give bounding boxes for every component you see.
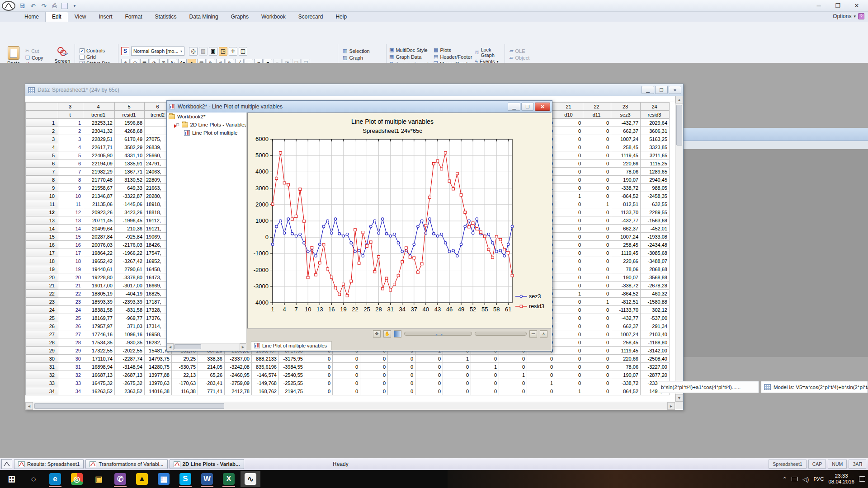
column-number-header[interactable]: 5 (115, 103, 145, 111)
cell-trend1[interactable]: 20923,26 (83, 208, 115, 216)
cell-c4[interactable]: -3984,55 (279, 363, 305, 371)
cell-d7[interactable]: 0 (499, 355, 527, 363)
cell-d5[interactable]: 1 (443, 355, 471, 363)
cell-d11[interactable]: 0 (583, 192, 611, 200)
graph-style-dropdown[interactable]: Normal Graph [mo...▾ (131, 47, 184, 56)
cell-n[interactable]: 12 (26, 208, 58, 216)
cell-sez3[interactable]: -864,52 (611, 387, 641, 395)
cell-resid1[interactable]: 6170,49 (115, 135, 145, 143)
cell-t[interactable]: 1 (58, 119, 83, 127)
cell-t[interactable]: 16 (58, 241, 83, 249)
cell-trend1[interactable]: 22617,71 (83, 143, 115, 151)
taskbar-file-explorer-icon[interactable]: ▣ (89, 471, 108, 487)
scroll-left-icon[interactable]: ◄ (25, 402, 33, 410)
cell-d11[interactable]: 0 (583, 273, 611, 282)
cell-d10[interactable]: 0 (555, 306, 583, 314)
statusbar-app-icon[interactable] (1, 459, 12, 469)
cell-sez3[interactable]: 1007,24 (611, 330, 641, 338)
tray-language[interactable]: РУС (813, 476, 824, 482)
cell-resid1[interactable]: -2287,74 (115, 355, 145, 363)
cell-t[interactable]: 27 (58, 330, 83, 338)
cell-resid1[interactable]: -3423,26 (115, 208, 145, 216)
spreadsheet-titlebar[interactable]: Data: Spreadsheet1* (24v by 65c) ▁ ❐ ✕ (25, 84, 683, 96)
cell-d10[interactable]: 0 (555, 208, 583, 216)
cell-d11[interactable]: 0 (583, 249, 611, 257)
cell-d10[interactable]: 0 (555, 322, 583, 330)
column-number-header[interactable] (26, 103, 58, 111)
cell-resid1[interactable]: 1596,88 (115, 119, 145, 127)
cell-d10[interactable]: 0 (555, 265, 583, 273)
cell-d4[interactable]: 0 (415, 371, 443, 379)
cell-resid1[interactable]: -2675,32 (115, 379, 145, 387)
cell-t[interactable]: 10 (58, 192, 83, 200)
cell-d10[interactable]: 0 (555, 347, 583, 355)
cell-sez3[interactable]: -432,77 (611, 216, 641, 225)
cell-c3[interactable]: 835,6196 (252, 363, 279, 371)
cell-d10[interactable]: 0 (555, 216, 583, 225)
cell-d11[interactable]: 1 (583, 298, 611, 306)
cell-t[interactable]: 19 (58, 265, 83, 273)
cell-trend1[interactable]: 21982,29 (83, 168, 115, 176)
taskbar-daemon-tools-icon[interactable]: ▲ (132, 471, 152, 487)
cell-d11[interactable]: 0 (583, 379, 611, 387)
cell-d11[interactable]: 0 (583, 371, 611, 379)
column-name-header[interactable]: resid1 (115, 111, 145, 119)
cell-trend1[interactable]: 21770,48 (83, 176, 115, 184)
cell-d2[interactable]: 0 (360, 387, 388, 395)
cell-c2[interactable]: -3242,08 (225, 363, 252, 371)
cell-d4[interactable]: 0 (415, 355, 443, 363)
cell-sez3[interactable]: 662,37 (611, 322, 641, 330)
cell-t[interactable]: 26 (58, 322, 83, 330)
hand-tool-icon[interactable]: ✋ (383, 330, 391, 338)
cell-d2[interactable]: 0 (360, 371, 388, 379)
cell-t[interactable]: 30 (58, 355, 83, 363)
cell-d10[interactable]: 0 (555, 338, 583, 347)
tray-clock[interactable]: 23:33 08.04.2016 (828, 473, 854, 485)
cell-resid3[interactable]: -452,01 (641, 225, 670, 233)
cell-resid1[interactable]: -969,77 (115, 314, 145, 322)
cell-c0[interactable]: 22,13 (172, 371, 198, 379)
cell-d10[interactable]: 0 (555, 330, 583, 338)
graph-data-button[interactable]: ▦Graph Data (389, 54, 430, 60)
cell-d11[interactable]: 0 (583, 127, 611, 135)
scatter-mode-icon[interactable]: ◫ (239, 47, 247, 56)
cell-d11[interactable]: 0 (583, 387, 611, 395)
cell-n[interactable]: 19 (26, 265, 58, 273)
horizontal-scrollbar[interactable]: ◄ ► (25, 402, 675, 410)
multidoc-style-button[interactable]: ▣MultiDoc Style (389, 47, 430, 53)
cell-sez3[interactable]: -338,72 (611, 282, 641, 290)
cell-resid3[interactable]: -2458,35 (641, 192, 670, 200)
cell-n[interactable]: 30 (26, 355, 58, 363)
cell-n[interactable]: 20 (26, 273, 58, 282)
cell-d7[interactable]: 0 (499, 379, 527, 387)
cell-d10[interactable]: 0 (555, 143, 583, 151)
cell-resid3[interactable]: -2289,55 (641, 208, 670, 216)
cell-resid1[interactable]: -1096,16 (115, 330, 145, 338)
cell-resid3[interactable]: -3488,07 (641, 257, 670, 265)
cell-resid1[interactable]: -3378,80 (115, 273, 145, 282)
cell-trend1[interactable]: 19652,42 (83, 257, 115, 265)
cell-d6[interactable]: 0 (471, 387, 499, 395)
taskbar-viber-icon[interactable]: ✆ (110, 471, 130, 487)
horizontal-scroll-thumb[interactable] (34, 403, 224, 409)
cell-d6[interactable]: 0 (471, 371, 499, 379)
cell-t[interactable]: 8 (58, 176, 83, 184)
cell-d10[interactable]: 1 (555, 192, 583, 200)
column-name-header[interactable]: trend1 (83, 111, 115, 119)
taskbar-start-icon[interactable]: ⊞ (2, 471, 22, 487)
cell-sez3[interactable]: 1007,24 (611, 135, 641, 143)
cell-resid1[interactable]: -3017,00 (115, 282, 145, 290)
cell-d11[interactable]: 0 (583, 314, 611, 322)
cell-d3[interactable]: 0 (388, 363, 415, 371)
cell-n[interactable]: 17 (26, 249, 58, 257)
cell-d10[interactable]: 0 (555, 168, 583, 176)
cell-d5[interactable]: 0 (443, 363, 471, 371)
cell-resid1[interactable]: -1445,06 (115, 200, 145, 208)
tree-scrollbar[interactable]: ◄ ► (167, 343, 246, 350)
tree-item-workbook[interactable]: Workbook2* (167, 113, 246, 121)
taskbar-excel-icon[interactable]: X (219, 471, 239, 487)
cell-sez3[interactable]: 190,07 (611, 273, 641, 282)
cell-sez3[interactable]: 78,06 (611, 363, 641, 371)
cell-t[interactable]: 12 (58, 208, 83, 216)
screen-layout-icon[interactable] (61, 3, 68, 9)
